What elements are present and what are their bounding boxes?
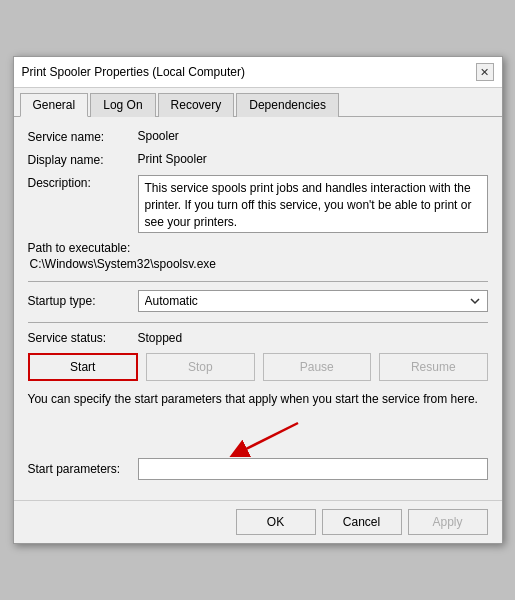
- svg-line-0: [238, 423, 298, 453]
- arrow-container: [28, 418, 488, 458]
- description-text: This service spools print jobs and handl…: [145, 181, 472, 229]
- service-name-row: Service name: Spooler: [28, 129, 488, 144]
- display-name-value: Print Spooler: [138, 152, 488, 166]
- pause-button[interactable]: Pause: [263, 353, 372, 381]
- service-status-label: Service status:: [28, 331, 138, 345]
- separator-1: [28, 281, 488, 282]
- start-params-label: Start parameters:: [28, 462, 138, 476]
- tab-logon[interactable]: Log On: [90, 93, 155, 117]
- separator-2: [28, 322, 488, 323]
- description-row: Description: This service spools print j…: [28, 175, 488, 233]
- title-bar: Print Spooler Properties (Local Computer…: [14, 57, 502, 88]
- description-label: Description:: [28, 175, 138, 190]
- dialog-window: Print Spooler Properties (Local Computer…: [13, 56, 503, 544]
- close-button[interactable]: ✕: [476, 63, 494, 81]
- path-value: C:\Windows\System32\spoolsv.exe: [30, 257, 488, 271]
- arrow-icon: [198, 419, 318, 457]
- tab-content: Service name: Spooler Display name: Prin…: [14, 117, 502, 500]
- display-name-label: Display name:: [28, 152, 138, 167]
- service-name-label: Service name:: [28, 129, 138, 144]
- tab-dependencies[interactable]: Dependencies: [236, 93, 339, 117]
- apply-button[interactable]: Apply: [408, 509, 488, 535]
- stop-button[interactable]: Stop: [146, 353, 255, 381]
- startup-type-select[interactable]: Automatic Manual Disabled: [138, 290, 488, 312]
- resume-button[interactable]: Resume: [379, 353, 488, 381]
- start-params-input[interactable]: [138, 458, 488, 480]
- start-params-row: Start parameters:: [28, 458, 488, 480]
- tab-bar: General Log On Recovery Dependencies: [14, 88, 502, 117]
- tab-general[interactable]: General: [20, 93, 89, 117]
- startup-type-label: Startup type:: [28, 294, 138, 308]
- path-label: Path to executable:: [28, 241, 488, 255]
- ok-button[interactable]: OK: [236, 509, 316, 535]
- hint-text: You can specify the start parameters tha…: [28, 391, 488, 408]
- window-title: Print Spooler Properties (Local Computer…: [22, 65, 245, 79]
- display-name-row: Display name: Print Spooler: [28, 152, 488, 167]
- bottom-buttons: OK Cancel Apply: [14, 500, 502, 543]
- startup-type-row: Startup type: Automatic Manual Disabled: [28, 290, 488, 312]
- cancel-button[interactable]: Cancel: [322, 509, 402, 535]
- tab-recovery[interactable]: Recovery: [158, 93, 235, 117]
- path-section: Path to executable: C:\Windows\System32\…: [28, 241, 488, 271]
- description-box: This service spools print jobs and handl…: [138, 175, 488, 233]
- service-status-row: Service status: Stopped: [28, 331, 488, 345]
- service-name-value: Spooler: [138, 129, 488, 143]
- service-status-value: Stopped: [138, 331, 183, 345]
- start-button[interactable]: Start: [28, 353, 139, 381]
- service-control-buttons: Start Stop Pause Resume: [28, 353, 488, 381]
- service-status-section: Service status: Stopped Start Stop Pause…: [28, 331, 488, 381]
